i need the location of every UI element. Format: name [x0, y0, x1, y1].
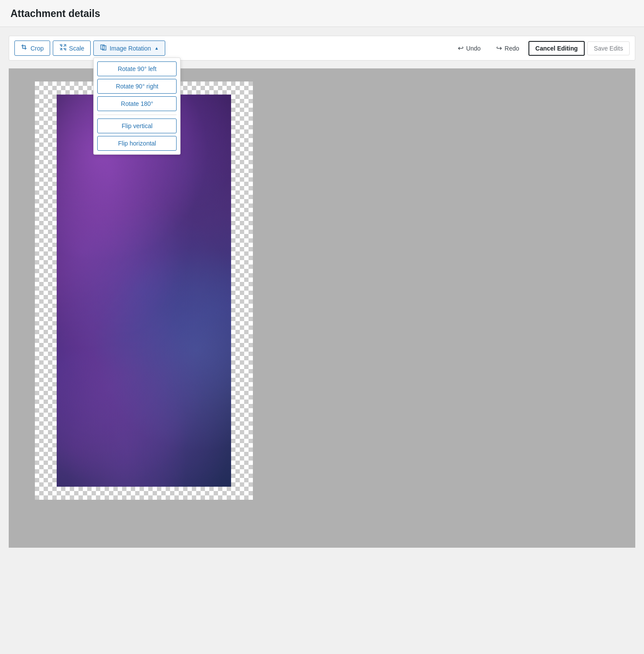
rotation-icon: [100, 44, 107, 52]
redo-label: Redo: [504, 45, 519, 52]
toolbar-left: Crop Scale: [14, 41, 449, 56]
scale-label: Scale: [69, 45, 84, 52]
rotate-180-button[interactable]: Rotate 180°: [97, 96, 177, 111]
image-rotation-button[interactable]: Image Rotation ▲: [93, 41, 165, 56]
image-rotation-label: Image Rotation: [109, 45, 151, 52]
save-edits-label: Save Edits: [594, 45, 623, 52]
undo-icon: ↩: [458, 44, 463, 52]
page-header: Attachment details: [0, 0, 644, 27]
flip-vertical-button[interactable]: Flip vertical: [97, 119, 177, 133]
undo-label: Undo: [466, 45, 480, 52]
cancel-editing-button[interactable]: Cancel Editing: [528, 41, 585, 56]
crop-icon: [21, 44, 28, 52]
chevron-up-icon: ▲: [154, 46, 159, 51]
scale-icon: [59, 44, 66, 52]
page-wrapper: Attachment details Crop: [0, 0, 644, 654]
crop-button[interactable]: Crop: [14, 41, 50, 56]
cancel-editing-label: Cancel Editing: [535, 45, 578, 52]
undo-button[interactable]: ↩ Undo: [451, 41, 487, 56]
rotate-left-button[interactable]: Rotate 90° left: [97, 61, 177, 76]
image-rotation-dropdown-wrapper: Image Rotation ▲ Rotate 90° left Rotate …: [93, 41, 165, 56]
rotate-right-button[interactable]: Rotate 90° right: [97, 79, 177, 94]
redo-button[interactable]: ↪ Redo: [490, 41, 525, 56]
flip-horizontal-button[interactable]: Flip horizontal: [97, 136, 177, 151]
toolbar: Crop Scale: [9, 36, 635, 61]
redo-icon: ↪: [496, 44, 502, 52]
page-title: Attachment details: [10, 8, 634, 20]
save-edits-button[interactable]: Save Edits: [587, 41, 630, 55]
rotation-dropdown-menu: Rotate 90° left Rotate 90° right Rotate …: [93, 58, 181, 155]
scale-button[interactable]: Scale: [53, 41, 91, 56]
dropdown-divider: [97, 115, 177, 115]
crop-label: Crop: [31, 45, 44, 52]
toolbar-right: ↩ Undo ↪ Redo Cancel Editing Save Edits: [451, 41, 630, 56]
editor-area: Crop Scale: [0, 27, 644, 548]
